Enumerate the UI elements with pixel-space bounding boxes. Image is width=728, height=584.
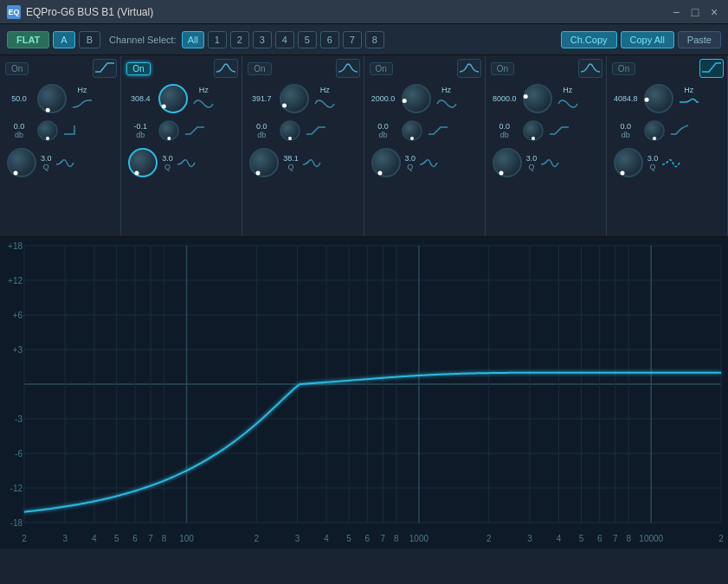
band-freq-knob-5[interactable] bbox=[521, 82, 554, 115]
svg-point-21 bbox=[410, 137, 414, 140]
band-on-button-2[interactable]: On bbox=[126, 62, 150, 75]
band-shape-button-2[interactable] bbox=[214, 59, 238, 78]
svg-point-15 bbox=[288, 137, 292, 140]
band-q-knob-6[interactable] bbox=[612, 146, 645, 179]
top-bar: FLAT A B Channel Select: All 1 2 3 4 5 6… bbox=[0, 24, 728, 55]
band-db-knob-5[interactable] bbox=[521, 119, 545, 143]
svg-point-22 bbox=[372, 149, 400, 176]
band-db-value-5: 0.0 bbox=[491, 122, 519, 131]
title-bar: EQ EQPro-G6 BUS B1 (Virtual) − □ × bbox=[0, 0, 728, 24]
svg-point-7 bbox=[162, 104, 166, 108]
band-db-knob-2[interactable] bbox=[157, 119, 181, 143]
svg-point-12 bbox=[280, 85, 308, 112]
channel-7-button[interactable]: 7 bbox=[343, 31, 362, 48]
svg-point-13 bbox=[282, 104, 287, 108]
band-q-label-6: Q bbox=[647, 163, 659, 171]
paste-button[interactable]: Paste bbox=[678, 31, 721, 48]
eq-curve-canvas bbox=[0, 237, 728, 549]
band-q-value-4: 3.0 bbox=[405, 154, 416, 163]
band-q-knob-3[interactable] bbox=[248, 146, 280, 179]
channel-a-button[interactable]: A bbox=[53, 31, 74, 48]
eq-band-5: On 8000.0 Hz bbox=[486, 55, 607, 236]
channel-all-button[interactable]: All bbox=[182, 31, 204, 48]
band-db-value-1: 0.0 bbox=[5, 122, 33, 131]
minimize-button[interactable]: − bbox=[669, 5, 683, 19]
band-freq-unit-2: Hz bbox=[192, 86, 215, 94]
band-on-button-5[interactable]: On bbox=[491, 62, 514, 75]
band-freq-unit-1: Hz bbox=[71, 86, 93, 94]
band-shape-button-1[interactable] bbox=[93, 59, 117, 78]
svg-point-24 bbox=[524, 85, 551, 112]
band-shape-button-5[interactable] bbox=[578, 59, 602, 78]
svg-point-30 bbox=[645, 85, 673, 112]
eq-band-4: On 2000.0 Hz bbox=[364, 55, 486, 236]
band-freq-value-1: 50.0 bbox=[5, 94, 33, 103]
band-q-knob-2[interactable] bbox=[126, 146, 159, 179]
band-freq-unit-3: Hz bbox=[313, 86, 336, 94]
band-q-knob-5[interactable] bbox=[491, 146, 524, 179]
channel-b-button[interactable]: B bbox=[79, 31, 100, 48]
band-q-value-2: 3.0 bbox=[162, 154, 173, 163]
band-db-unit-2: db bbox=[126, 131, 154, 139]
svg-point-11 bbox=[135, 171, 139, 176]
channel-4-button[interactable]: 4 bbox=[275, 31, 294, 48]
band-db-knob-1[interactable] bbox=[35, 119, 60, 143]
svg-point-33 bbox=[653, 137, 656, 140]
svg-point-4 bbox=[8, 149, 35, 176]
svg-point-34 bbox=[615, 149, 642, 176]
band-db-knob-3[interactable] bbox=[278, 119, 302, 143]
band-q-label-5: Q bbox=[526, 163, 538, 171]
band-freq-knob-3[interactable] bbox=[278, 82, 311, 115]
band-q-value-3: 38.1 bbox=[283, 154, 299, 163]
svg-point-17 bbox=[256, 171, 261, 176]
band-db-unit-4: db bbox=[370, 131, 397, 139]
channel-8-button[interactable]: 8 bbox=[365, 31, 384, 48]
band-freq-knob-1[interactable] bbox=[35, 82, 68, 115]
eq-band-3: On 391.7 Hz bbox=[242, 55, 364, 236]
band-q-knob-4[interactable] bbox=[370, 146, 403, 179]
eq-band-2: On 308.4 Hz bbox=[121, 55, 242, 236]
band-on-button-1[interactable]: On bbox=[5, 62, 29, 75]
band-freq-knob-4[interactable] bbox=[400, 82, 433, 115]
band-freq-knob-6[interactable] bbox=[642, 82, 675, 115]
channel-5-button[interactable]: 5 bbox=[298, 31, 317, 48]
band-db-unit-6: db bbox=[612, 131, 640, 139]
band-q-value-5: 3.0 bbox=[526, 154, 538, 163]
flat-button[interactable]: FLAT bbox=[7, 31, 49, 48]
svg-point-5 bbox=[14, 171, 18, 176]
svg-point-23 bbox=[377, 171, 382, 176]
channel-3-button[interactable]: 3 bbox=[253, 31, 272, 48]
svg-point-25 bbox=[523, 94, 527, 99]
channel-2-button[interactable]: 2 bbox=[230, 31, 249, 48]
band-shape-button-6[interactable] bbox=[699, 59, 724, 78]
copy-all-button[interactable]: Copy All bbox=[621, 31, 674, 48]
band-db-unit-1: db bbox=[5, 131, 33, 139]
band-db-knob-6[interactable] bbox=[642, 119, 667, 143]
band-freq-knob-2[interactable] bbox=[157, 82, 190, 115]
eq-band-1: On 50.0 Hz bbox=[0, 55, 121, 236]
window-controls: − □ × bbox=[669, 5, 721, 19]
band-db-knob-4[interactable] bbox=[400, 119, 424, 143]
band-on-button-4[interactable]: On bbox=[370, 62, 393, 75]
channel-6-button[interactable]: 6 bbox=[320, 31, 339, 48]
band-freq-value-4: 2000.0 bbox=[370, 94, 397, 103]
band-freq-unit-5: Hz bbox=[557, 86, 579, 94]
channel-1-button[interactable]: 1 bbox=[208, 31, 227, 48]
band-freq-value-2: 308.4 bbox=[126, 94, 154, 103]
svg-point-31 bbox=[644, 98, 648, 102]
band-q-label-4: Q bbox=[405, 163, 416, 171]
svg-point-0 bbox=[38, 85, 66, 112]
band-shape-button-3[interactable] bbox=[336, 59, 360, 78]
band-q-label-3: Q bbox=[283, 163, 299, 171]
channel-select-label: Channel Select: bbox=[109, 35, 177, 45]
band-db-value-4: 0.0 bbox=[370, 122, 397, 131]
band-on-button-6[interactable]: On bbox=[612, 62, 635, 75]
band-on-button-3[interactable]: On bbox=[248, 62, 271, 75]
band-shape-button-4[interactable] bbox=[457, 59, 481, 78]
band-q-knob-1[interactable] bbox=[5, 146, 38, 179]
ch-copy-button[interactable]: Ch.Copy bbox=[561, 31, 617, 48]
maximize-button[interactable]: □ bbox=[688, 5, 702, 19]
band-q-value-6: 3.0 bbox=[647, 154, 659, 163]
band-freq-value-5: 8000.0 bbox=[491, 94, 519, 103]
close-button[interactable]: × bbox=[707, 5, 721, 19]
